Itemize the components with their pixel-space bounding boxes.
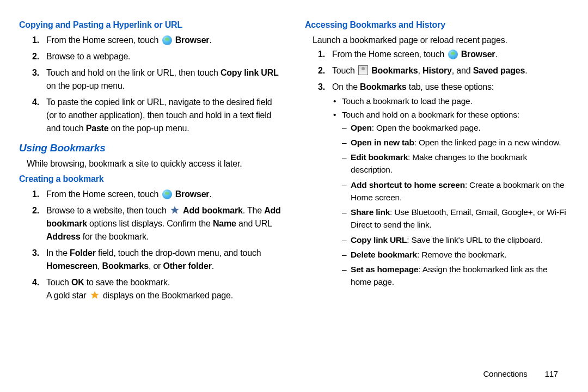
text: ,: [418, 66, 423, 75]
text: On the: [332, 82, 360, 91]
text-bold: Open: [351, 123, 372, 132]
text-bold: Saved pages: [473, 66, 525, 75]
text: : Open the linked page in a new window.: [414, 138, 561, 147]
text-bold: History: [422, 66, 452, 75]
text-bold: Copy link URL: [220, 68, 279, 77]
copy-step-3: Touch and hold on the link or URL, then …: [46, 66, 283, 93]
text: : Save the link's URL to the clipboard.: [407, 235, 543, 244]
text: . The: [243, 206, 264, 215]
footer-page-number: 117: [545, 369, 558, 378]
options-bullets: Touch a bookmark to load the page. Touch…: [332, 95, 569, 289]
text: From the Home screen, touch: [46, 35, 161, 45]
text-bold: Name: [213, 219, 236, 228]
text-bold: Other folder: [163, 261, 212, 271]
text: to save the bookmark.: [84, 278, 170, 287]
opt-open: Open: Open the bookmarked page.: [351, 121, 569, 134]
opt-open-new-tab: Open in new tab: Open the linked page in…: [351, 136, 569, 149]
heading-copy-paste: Copying and Pasting a Hyperlink or URL: [19, 19, 283, 32]
heading-using-bookmarks: Using Bookmarks: [19, 140, 283, 156]
text: Touch: [332, 66, 357, 75]
text: Touch and hold on the link or URL, then …: [46, 68, 220, 77]
copy-steps-list: From the Home screen, touch Browser. Bro…: [31, 34, 283, 135]
text-bold: Edit bookmark: [351, 152, 408, 162]
text: From the Home screen, touch: [46, 189, 161, 199]
svg-marker-1: [90, 291, 99, 298]
hold-options-list: Open: Open the bookmarked page. Open in …: [342, 121, 569, 289]
heading-access-bookmarks: Accessing Bookmarks and History: [305, 19, 569, 32]
add-bookmark-star-icon: [170, 205, 180, 215]
text: , or: [149, 261, 163, 271]
text: Touch and hold on a bookmark for these o…: [342, 110, 519, 119]
create-step-3: In the Folder field, touch the drop-down…: [46, 247, 283, 273]
left-column: Copying and Pasting a Hyperlink or URL F…: [19, 16, 283, 305]
text: Browse to a website, then touch: [46, 206, 169, 215]
text: tab, use these options:: [406, 82, 494, 91]
text-bold: Browser: [175, 189, 210, 199]
opt-set-homepage: Set as homepage: Assign the bookmarked l…: [351, 263, 569, 289]
opt-delete: Delete bookmark: Remove the bookmark.: [351, 248, 569, 261]
text-bold: Copy link URL: [351, 235, 407, 244]
text: .: [209, 35, 211, 45]
text: .: [209, 189, 211, 199]
create-step-2: Browse to a website, then touch Add book…: [46, 204, 283, 243]
page-footer: Connections 117: [483, 368, 558, 381]
text: , and: [452, 66, 473, 75]
heading-create-bookmark: Creating a bookmark: [19, 173, 283, 186]
text-bold: Delete bookmark: [351, 250, 417, 259]
text: ,: [97, 261, 102, 271]
text-bold: Open in new tab: [351, 138, 414, 147]
text-bold: OK: [71, 278, 84, 287]
text: for the bookmark.: [81, 232, 149, 241]
create-steps-list: From the Home screen, touch Browser. Bro…: [31, 188, 283, 302]
right-column: Accessing Bookmarks and History Launch a…: [305, 16, 569, 305]
opt-edit: Edit bookmark: Make changes to the bookm…: [351, 151, 569, 176]
using-intro: While browsing, bookmark a site to quick…: [27, 157, 283, 170]
text-bold: Share link: [351, 207, 390, 217]
browser-globe-icon: [448, 50, 458, 59]
access-steps-list: From the Home screen, touch Browser. Tou…: [317, 48, 569, 289]
text-bold: Add bookmark: [183, 206, 243, 215]
text-bold: Homescreen: [46, 261, 97, 271]
create-step-1: From the Home screen, touch Browser.: [46, 188, 283, 201]
text-bold: Browser: [175, 35, 210, 45]
page-columns: Copying and Pasting a Hyperlink or URL F…: [19, 16, 569, 305]
opt-copy-url: Copy link URL: Save the link's URL to th…: [351, 234, 569, 246]
text: field, touch the drop-down menu, and tou…: [96, 248, 261, 258]
text: .: [495, 50, 497, 59]
text-bold: Set as homepage: [351, 265, 419, 274]
text: : Remove the bookmark.: [417, 250, 506, 259]
text-bold: Add shortcut to home screen: [351, 180, 465, 189]
copy-step-1: From the Home screen, touch Browser.: [46, 34, 283, 47]
text: : Open the bookmarked page.: [372, 123, 481, 132]
text: on the pop-up menu.: [108, 124, 189, 133]
bookmarks-icon: [358, 65, 368, 75]
bullet-load-page: Touch a bookmark to load the page.: [342, 95, 569, 107]
access-intro: Launch a bookmarked page or reload recen…: [313, 34, 569, 47]
text: on the pop-up menu.: [46, 81, 125, 90]
text-bold: Bookmarks: [102, 261, 149, 271]
text-bold: Paste: [86, 124, 109, 133]
text-bold: Bookmarks: [360, 82, 406, 91]
access-step-3: On the Bookmarks tab, use these options:…: [332, 81, 569, 289]
text-bold: Folder: [70, 248, 96, 258]
text: .: [525, 66, 527, 75]
text-bold: Address: [46, 232, 81, 241]
text: .: [212, 261, 214, 271]
access-step-1: From the Home screen, touch Browser.: [332, 48, 569, 61]
opt-share-link: Share link: Use Bluetooth, Email, Gmail,…: [351, 206, 569, 231]
footer-section: Connections: [483, 369, 527, 378]
text: In the: [46, 248, 70, 258]
text: A gold star: [46, 291, 89, 300]
gold-star-icon: [90, 290, 100, 300]
text-bold: Bookmarks: [371, 66, 418, 75]
browser-globe-icon: [162, 189, 172, 199]
bullet-hold-options: Touch and hold on a bookmark for these o…: [342, 108, 569, 288]
access-step-2: Touch Bookmarks, History, and Saved page…: [332, 64, 569, 77]
text-bold: Browser: [461, 50, 495, 59]
copy-step-4: To paste the copied link or URL, navigat…: [46, 96, 283, 135]
text: displays on the Bookmarked page.: [101, 291, 233, 300]
create-step-4: Touch OK to save the bookmark. A gold st…: [46, 276, 283, 302]
opt-add-shortcut: Add shortcut to home screen: Create a bo…: [351, 179, 569, 204]
text: From the Home screen, touch: [332, 50, 447, 59]
copy-step-2: Browse to a webpage.: [46, 50, 283, 63]
